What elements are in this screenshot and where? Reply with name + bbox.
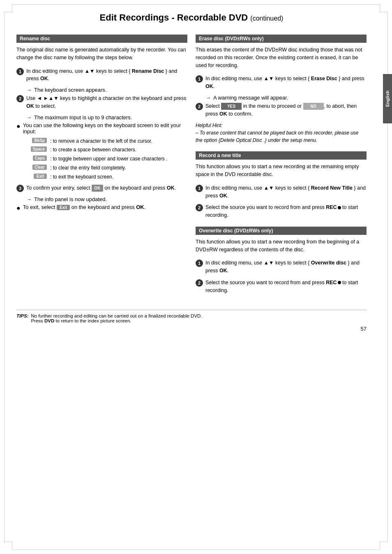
record-step2-content: Select the source you want to record fro…: [205, 204, 367, 219]
tips-text1: No further recording and editing can be …: [31, 313, 202, 318]
erase-step1-arrow: → A warning message will appear.: [205, 95, 367, 101]
step3-arrow: The info panel is now updated.: [34, 196, 107, 202]
bullet2-text3: .: [144, 204, 146, 210]
bullet-dot-1: ●: [16, 122, 21, 131]
columns-layout: Rename disc The original disc name is ge…: [16, 35, 367, 301]
step1-text1: In disc editing menu, use ▲▼ keys to sel…: [26, 68, 132, 74]
record-step1-text1: In disc editing menu, use ▲▼ keys to sel…: [205, 185, 311, 191]
overwrite-step1: 1 In disc editing menu, use ▲▼ keys to s…: [196, 259, 367, 275]
erase-step1-ok: OK: [205, 83, 213, 89]
erase-step1-arrow-text: A warning message will appear.: [213, 95, 288, 101]
record-step1: 1 In disc editing menu, use ▲▼ keys to s…: [196, 184, 367, 200]
rename-bullet1: ● You can use the following keys on the …: [16, 122, 187, 134]
step3-ok2: OK: [167, 185, 175, 191]
record-step2: 2 Select the source you want to record f…: [196, 204, 367, 219]
overwrite-intro: This function allows you to start a new …: [196, 238, 367, 254]
step3-text3: .: [175, 185, 176, 191]
overwrite-header: Overwrite disc (DVD±RWs only): [196, 227, 367, 235]
overwrite-step1-circle: 1: [196, 260, 203, 267]
arrow-symbol-3: →: [26, 196, 32, 202]
page-number: 57: [16, 326, 367, 332]
overwrite-step2-text: Select the source you want to record fro…: [205, 280, 326, 285]
step1-circle: 1: [16, 68, 24, 75]
rename-step3: 3 To confirm your entry, select OK on th…: [16, 184, 187, 192]
step2-ok: OK: [26, 103, 34, 109]
step2-text1: Use ◄ ►▲▼ keys to highlight a character …: [26, 95, 186, 101]
erase-step1-bold: Erase Disc: [311, 76, 337, 81]
hint-text: – To erase content that cannot be played…: [196, 129, 367, 144]
erase-step1-text2: } and press: [337, 76, 364, 81]
step1-ok: OK: [40, 76, 48, 81]
step2-arrow: The maximum input is up to 9 characters.: [34, 114, 132, 121]
tips-content: No further recording and editing can be …: [31, 313, 202, 323]
erase-disc-section: Erase disc (DVD±RWs only) This erases th…: [196, 35, 367, 144]
record-step1-text3: .: [227, 193, 228, 199]
key-cell-bksp: BkSp: [26, 138, 47, 143]
key-desc-caps: : to toggle between upper and lower case…: [50, 155, 187, 162]
erase-arrow-1: →: [205, 95, 211, 101]
record-new-section: Record a new title This function allows …: [196, 151, 367, 219]
step2-content: Use ◄ ►▲▼ keys to highlight a character …: [26, 95, 187, 110]
rec-bullet-1: [338, 206, 341, 209]
record-step2-circle: 2: [196, 204, 203, 211]
key-desc-space: : to create a space between characters.: [50, 146, 187, 153]
overwrite-step1-ok: OK: [219, 268, 227, 274]
step2-text2: to select.: [34, 103, 56, 109]
rename-step3-arrow: → The info panel is now updated.: [26, 196, 187, 202]
main-content: Edit Recordings - Recordable DVD (contin…: [0, 0, 383, 340]
rename-step1-arrow: → The keyboard screen appears.: [26, 87, 187, 93]
step1-bold: Rename Disc: [132, 68, 164, 74]
rename-disc-intro: The original disc name is generated auto…: [16, 46, 187, 62]
title-main: Edit Recordings - Recordable DVD: [100, 12, 248, 23]
exit-btn-bullet: Exit: [57, 205, 70, 210]
step3-text2: on the keyboard and press: [103, 185, 167, 191]
record-step1-circle: 1: [196, 185, 203, 192]
step3-circle: 3: [16, 185, 24, 192]
erase-step1-circle: 1: [196, 75, 203, 83]
key-row-bksp: BkSp : to remove a character to the left…: [26, 138, 187, 145]
overwrite-step1-bold: Overwrite disc: [311, 260, 346, 266]
key-cell-exit: Exit: [26, 174, 47, 179]
key-desc-exit: : to exit the keyboard screen.: [50, 174, 187, 181]
clear-btn: Clear: [32, 165, 47, 170]
rename-step1: 1 In disc editing menu, use ▲▼ keys to s…: [16, 67, 187, 83]
rename-step2: 2 Use ◄ ►▲▼ keys to highlight a characte…: [16, 95, 187, 110]
rename-disc-header: Rename disc: [16, 35, 187, 43]
erase-step2-circle: 2: [196, 103, 203, 110]
overwrite-step2-circle: 2: [196, 279, 203, 287]
step1-text3: .: [48, 76, 49, 81]
right-column: Erase disc (DVD±RWs only) This erases th…: [196, 35, 367, 301]
overwrite-step2: 2 Select the source you want to record f…: [196, 279, 367, 294]
record-new-intro: This function allows you to start a new …: [196, 163, 367, 178]
step3-text1: To confirm your entry, select: [26, 185, 92, 191]
left-column: Rename disc The original disc name is ge…: [16, 35, 187, 301]
key-cell-caps: Caps: [26, 155, 47, 161]
key-cell-clear: Clear: [26, 165, 47, 170]
erase-step2-ok: OK: [219, 111, 227, 117]
no-button: NO: [303, 103, 324, 110]
key-cell-space: Space: [26, 146, 47, 152]
step2-circle: 2: [16, 95, 24, 102]
erase-step1: 1 In disc editing menu, use ▲▼ keys to s…: [196, 75, 367, 90]
rename-step2-arrow: → The maximum input is up to 9 character…: [26, 114, 187, 121]
arrow-symbol-2: →: [26, 114, 32, 121]
erase-step1-text1: In disc editing menu, use ▲▼ keys to sel…: [205, 76, 311, 81]
record-step1-content: In disc editing menu, use ▲▼ keys to sel…: [205, 184, 367, 200]
caps-btn: Caps: [33, 155, 47, 161]
record-step1-bold: Record New Title: [311, 185, 353, 191]
side-tab: English: [383, 74, 392, 123]
overwrite-step2-content: Select the source you want to record fro…: [205, 279, 367, 294]
exit-btn-table: Exit: [34, 174, 47, 179]
step3-content: To confirm your entry, select OK on the …: [26, 184, 187, 192]
erase-step2-text4: to confirm.: [227, 111, 253, 117]
yes-button: YES: [221, 103, 242, 110]
arrow-symbol-1: →: [26, 87, 32, 93]
title-continued: (continued): [250, 15, 283, 22]
bksp-btn: BkSp: [32, 138, 47, 143]
key-desc-bksp: : to remove a character to the left of t…: [50, 138, 187, 145]
erase-step1-content: In disc editing menu, use ▲▼ keys to sel…: [205, 75, 367, 90]
record-new-header: Record a new title: [196, 151, 367, 160]
bullet2-content: To exit, select Exit on the keyboard and…: [23, 204, 146, 210]
key-row-caps: Caps : to toggle between upper and lower…: [26, 155, 187, 162]
bullet2-text1: To exit, select: [23, 204, 57, 210]
